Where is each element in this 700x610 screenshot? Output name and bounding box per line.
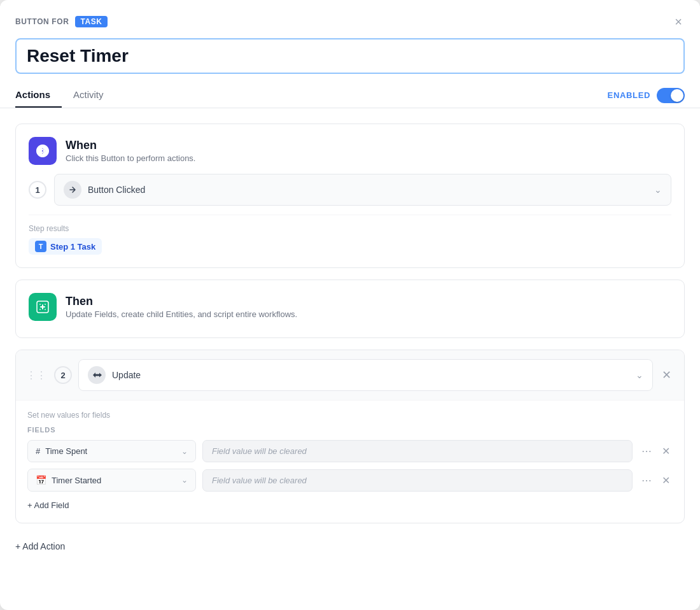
action-card-update: ⋮⋮ 2 Update ⌄ ✕ Set new va xyxy=(15,350,685,523)
modal: BUTTON FOR TASK × Actions Activity ENABL… xyxy=(0,0,700,610)
step1-task-icon: T xyxy=(35,241,46,252)
step1-number: 1 xyxy=(29,181,46,199)
field-value-1: Field value will be cleared xyxy=(202,469,633,492)
when-title: When xyxy=(66,139,195,152)
field-remove-1[interactable]: ✕ xyxy=(659,473,673,488)
step2-number: 2 xyxy=(54,366,72,384)
enabled-label: ENABLED xyxy=(608,90,650,100)
button-clicked-icon xyxy=(64,181,81,199)
action-remove-button[interactable]: ✕ xyxy=(659,368,674,382)
then-title: Then xyxy=(66,295,297,308)
title-input-wrap xyxy=(0,38,700,74)
title-input[interactable] xyxy=(15,38,685,74)
field-chevron-1: ⌄ xyxy=(181,476,188,485)
field-chevron-0: ⌄ xyxy=(181,447,188,456)
tab-activity[interactable]: Activity xyxy=(73,83,115,108)
then-section: Then Update Fields, create child Entitie… xyxy=(15,280,685,338)
content: When Click this Button to perform action… xyxy=(0,108,700,610)
field-actions-1: ⋯ ✕ xyxy=(639,473,673,488)
then-text: Then Update Fields, create child Entitie… xyxy=(66,295,297,319)
field-row-1: 📅 Timer Started ⌄ Field value will be cl… xyxy=(27,469,673,492)
step1-task-label: Step 1 Task xyxy=(50,242,95,252)
step2-chevron: ⌄ xyxy=(636,370,643,380)
step2-box[interactable]: Update ⌄ xyxy=(78,359,653,391)
action-row: ⋮⋮ 2 Update ⌄ ✕ xyxy=(16,350,684,401)
step1-left: Button Clicked xyxy=(64,181,145,199)
step-results-label: Step results xyxy=(29,224,671,233)
when-header: When Click this Button to perform action… xyxy=(29,137,671,165)
fields-header: FIELDS xyxy=(27,426,673,434)
field-icon-0: # xyxy=(36,446,40,456)
field-value-0: Field value will be cleared xyxy=(202,440,633,462)
when-icon xyxy=(29,137,57,165)
when-text: When Click this Button to perform action… xyxy=(66,139,195,163)
field-select-0[interactable]: # Time Spent ⌄ xyxy=(27,440,196,462)
enabled-row: ENABLED xyxy=(608,88,685,103)
when-desc: Click this Button to perform actions. xyxy=(66,153,195,163)
step-results: Step results T Step 1 Task xyxy=(29,215,671,255)
field-select-left-1: 📅 Timer Started xyxy=(36,475,101,485)
step1-task-badge: T Step 1 Task xyxy=(29,238,102,255)
field-more-1[interactable]: ⋯ xyxy=(639,473,654,488)
close-button[interactable]: × xyxy=(672,13,685,31)
field-select-1[interactable]: 📅 Timer Started ⌄ xyxy=(27,469,196,492)
set-values-label: Set new values for fields xyxy=(27,411,673,420)
step2-left: Update xyxy=(88,366,141,384)
enabled-toggle[interactable] xyxy=(657,88,685,103)
step1-label: Button Clicked xyxy=(88,185,145,195)
field-icon-1: 📅 xyxy=(36,475,46,485)
task-badge: TASK xyxy=(75,16,107,27)
field-row-0: # Time Spent ⌄ Field value will be clear… xyxy=(27,440,673,462)
then-header: Then Update Fields, create child Entitie… xyxy=(29,293,671,321)
step2-label: Update xyxy=(112,370,141,380)
update-icon xyxy=(88,366,106,384)
field-select-left-0: # Time Spent xyxy=(36,446,87,456)
then-icon xyxy=(29,293,57,321)
field-name-0: Time Spent xyxy=(45,446,87,456)
add-field-button[interactable]: + Add Field xyxy=(27,498,69,513)
tabs-row: Actions Activity ENABLED xyxy=(0,83,700,108)
add-action-button[interactable]: + Add Action xyxy=(15,537,685,555)
field-name-1: Timer Started xyxy=(52,476,101,485)
step1-row: 1 Button Clicked ⌄ xyxy=(29,174,671,206)
step1-box[interactable]: Button Clicked ⌄ xyxy=(54,174,671,206)
drag-handle[interactable]: ⋮⋮ xyxy=(26,369,46,381)
field-more-0[interactable]: ⋯ xyxy=(639,444,654,458)
button-for-label: BUTTON FOR xyxy=(15,17,69,26)
then-desc: Update Fields, create child Entities, an… xyxy=(66,309,297,319)
field-actions-0: ⋯ ✕ xyxy=(639,444,673,458)
tab-actions[interactable]: Actions xyxy=(15,83,62,108)
toggle-knob xyxy=(671,89,683,102)
action-body: Set new values for fields FIELDS # Time … xyxy=(16,401,684,523)
tabs: Actions Activity xyxy=(15,83,127,108)
field-remove-0[interactable]: ✕ xyxy=(659,444,673,458)
header-left: BUTTON FOR TASK xyxy=(15,16,108,27)
step1-chevron: ⌄ xyxy=(654,185,662,195)
when-section: When Click this Button to perform action… xyxy=(15,124,685,268)
modal-header: BUTTON FOR TASK × xyxy=(0,0,700,38)
